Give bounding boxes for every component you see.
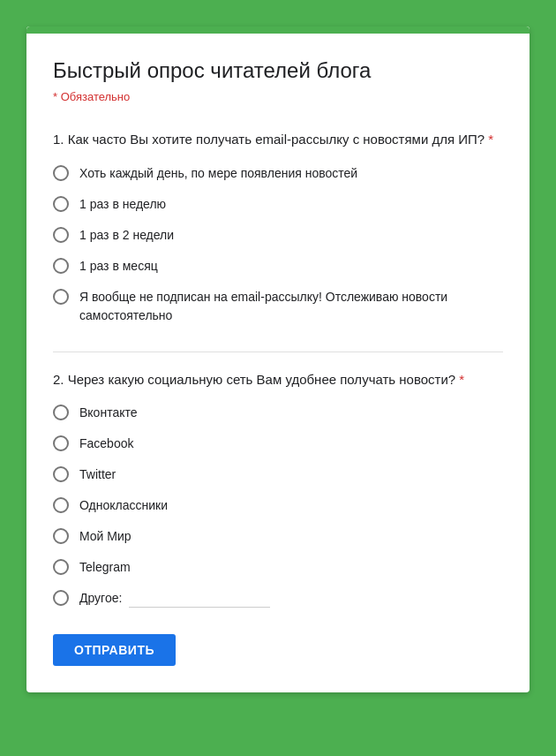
q2-option-other[interactable]: Другое: (53, 589, 503, 608)
q1-option-4[interactable]: 1 раз в месяц (53, 257, 503, 276)
survey-card: Быстрый опрос читателей блога * Обязател… (26, 26, 530, 692)
required-star-2: * (459, 372, 464, 387)
q1-option-1[interactable]: Хоть каждый день, по мере появления ново… (53, 164, 503, 183)
question-1-block: 1. Как часто Вы хотите получать email-ра… (53, 130, 503, 325)
submit-section: ОТПРАВИТЬ (53, 634, 503, 666)
q2-radio-2[interactable] (53, 435, 69, 451)
q2-label-6[interactable]: Telegram (79, 558, 131, 577)
question-2-block: 2. Через какую социальную сеть Вам удобн… (53, 370, 503, 609)
q1-radio-4[interactable] (53, 258, 69, 274)
other-input-wrapper: Другое: (79, 589, 270, 608)
q2-label-1[interactable]: Вконтакте (79, 404, 138, 422)
card-header: Быстрый опрос читателей блога * Обязател… (26, 26, 530, 121)
card-body: 1. Как часто Вы хотите получать email-ра… (26, 121, 530, 692)
q2-other-input[interactable] (129, 589, 270, 608)
q2-radio-1[interactable] (53, 404, 69, 420)
divider (53, 352, 503, 352)
q2-radio-other[interactable] (53, 590, 69, 606)
q2-radio-5[interactable] (53, 528, 69, 544)
q2-label-5[interactable]: Мой Мир (79, 527, 131, 546)
q2-option-6[interactable]: Telegram (53, 558, 503, 577)
q2-other-label[interactable]: Другое: (79, 589, 122, 608)
page-title: Быстрый опрос читателей блога (53, 58, 503, 83)
q2-option-5[interactable]: Мой Мир (53, 527, 503, 546)
q2-option-1[interactable]: Вконтакте (53, 404, 503, 422)
q1-radio-5[interactable] (53, 289, 69, 305)
q2-radio-4[interactable] (53, 497, 69, 513)
q2-radio-6[interactable] (53, 559, 69, 575)
q1-label-2[interactable]: 1 раз в неделю (79, 195, 166, 214)
question-2-label: 2. Через какую социальную сеть Вам удобн… (53, 370, 503, 390)
required-star-1: * (488, 132, 493, 147)
q2-option-3[interactable]: Twitter (53, 465, 503, 484)
q2-label-2[interactable]: Facebook (79, 435, 133, 453)
q1-label-5[interactable]: Я вообще не подписан на email-рассылку! … (79, 288, 503, 325)
q2-option-2[interactable]: Facebook (53, 435, 503, 453)
q1-option-5[interactable]: Я вообще не подписан на email-рассылку! … (53, 288, 503, 325)
q1-radio-1[interactable] (53, 165, 69, 181)
q1-label-1[interactable]: Хоть каждый день, по мере появления ново… (79, 164, 357, 183)
q1-radio-3[interactable] (53, 227, 69, 243)
q2-label-4[interactable]: Одноклассники (79, 496, 168, 515)
q1-label-4[interactable]: 1 раз в месяц (79, 257, 158, 276)
required-note: * Обязательно (53, 90, 503, 103)
submit-button[interactable]: ОТПРАВИТЬ (53, 634, 176, 666)
q2-radio-3[interactable] (53, 466, 69, 482)
q1-radio-2[interactable] (53, 196, 69, 212)
q2-label-3[interactable]: Twitter (79, 465, 116, 484)
q1-label-3[interactable]: 1 раз в 2 недели (79, 226, 174, 245)
question-1-label: 1. Как часто Вы хотите получать email-ра… (53, 130, 503, 150)
q1-option-3[interactable]: 1 раз в 2 недели (53, 226, 503, 245)
q2-option-4[interactable]: Одноклассники (53, 496, 503, 515)
q1-option-2[interactable]: 1 раз в неделю (53, 195, 503, 214)
